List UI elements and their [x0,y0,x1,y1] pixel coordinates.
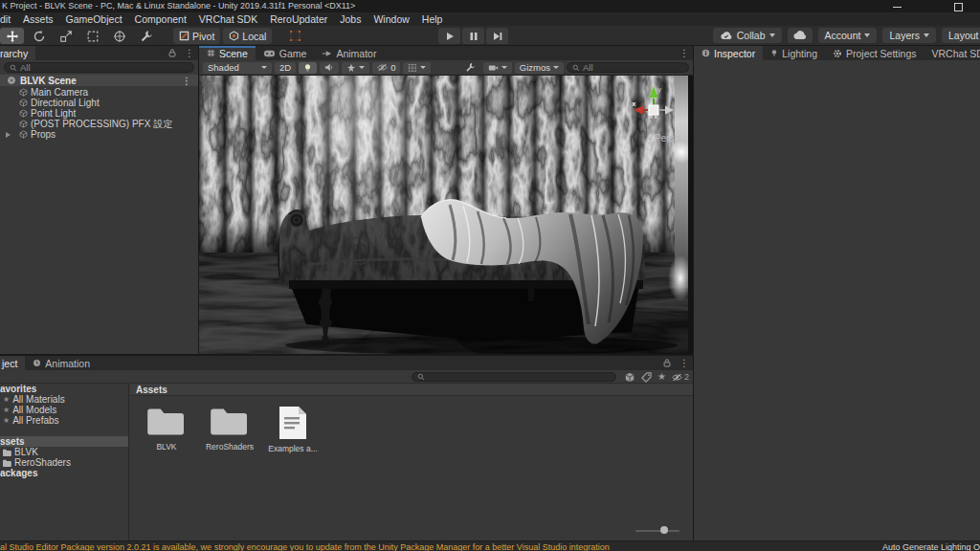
hierarchy-tab-label: rarchy [0,48,28,59]
hierarchy-item-post-processing[interactable]: (POST PROCESSING) PFX 設定 [0,119,198,129]
lock-icon[interactable] [662,358,672,368]
tab-hierarchy[interactable]: rarchy [0,46,35,60]
tab-inspector[interactable]: Inspector [694,46,763,60]
orientation-gizmo[interactable]: y x [632,83,676,129]
move-tool-button[interactable] [0,28,24,44]
favorite-all-models[interactable]: ★ All Models [0,405,128,415]
console-status-message[interactable]: al Studio Editor Package version 2.0.21 … [0,542,610,551]
pause-button[interactable] [462,28,484,44]
gameobject-cube-icon [19,109,28,118]
scene-visibility-toggle[interactable]: 0 [372,62,400,74]
asset-document-examples[interactable]: Examples a... [268,405,318,453]
menu-window[interactable]: Window [367,12,414,26]
auto-generate-lighting-toggle[interactable]: Auto Generate Lighting O [882,542,980,551]
favorite-all-prefabs[interactable]: ★ All Prefabs [0,415,128,426]
tab-vrchat-sdk[interactable]: VRChat SDK [924,46,980,60]
maximize-button[interactable] [949,0,969,12]
kebab-menu-icon[interactable]: ⋮ [178,74,195,88]
tab-project[interactable]: ject [0,356,25,370]
scene-camera-dropdown[interactable] [483,62,512,74]
hierarchy-item-main-camera[interactable]: Main Camera [0,87,198,98]
layers-dropdown[interactable]: Layers [882,28,936,43]
menu-edit[interactable]: dit [0,12,16,26]
rect-tool-button[interactable] [80,28,104,44]
tree-item-blvk[interactable]: BLVK [0,447,128,457]
local-label: Local [242,31,266,42]
hierarchy-item-props[interactable]: Props [0,129,198,140]
menu-jobs[interactable]: Jobs [333,12,367,26]
asset-folder-reroshaders[interactable]: ReroShaders [205,405,255,453]
rotate-tool-button[interactable] [27,28,51,44]
project-visibility-toggle[interactable]: 2 [672,372,689,382]
transform-tool-button[interactable] [107,28,131,44]
2d-toggle-button[interactable]: 2D [275,62,296,74]
collab-dropdown[interactable]: Collab [713,28,782,43]
play-button[interactable] [438,28,460,44]
projection-mode-button[interactable]: Persp [647,133,679,143]
scene-grid-dropdown[interactable] [403,62,431,74]
asset-folder-blvk[interactable]: BLVK [142,405,191,453]
component-tools-button[interactable] [460,62,480,74]
expand-arrow-icon[interactable] [6,132,11,138]
collab-cloud-icon [720,32,733,40]
account-dropdown[interactable]: Account [818,28,878,43]
hierarchy-scene-header[interactable]: BLVK Scene ⋮ [0,75,198,86]
layout-dropdown[interactable]: Layout [942,28,980,43]
tab-animator[interactable]: Animator [314,46,384,60]
thumbnail-size-slider[interactable] [635,525,679,535]
scene-3d-render [199,76,693,354]
tab-animation[interactable]: Animation [25,356,98,370]
tree-item-reroshaders[interactable]: ReroShaders [0,457,128,468]
gizmo-x-axis-label: x [632,99,636,108]
inspector-tab-label: Inspector [714,48,755,59]
favorite-star-icon[interactable]: ★ [657,372,666,382]
tab-lighting[interactable]: Lighting [763,46,825,60]
minimize-button[interactable] [888,0,907,12]
project-search-input[interactable] [412,372,616,382]
gameobject-cube-icon [19,88,28,97]
menu-reroupdater[interactable]: ReroUpdater [263,12,333,26]
package-icon[interactable] [624,372,635,383]
scene-effects-dropdown[interactable] [342,62,369,74]
favorites-header[interactable]: avorites [0,384,128,394]
gizmos-dropdown[interactable]: Gizmos [515,62,564,74]
cloud-services-button[interactable] [788,28,813,43]
hierarchy-item-directional-light[interactable]: Directional Light [0,98,198,108]
window-title: K Project - BLVK Scene - PC, Mac & Linux… [0,1,355,11]
local-toggle-button[interactable]: Local [223,28,272,44]
menu-component[interactable]: Component [128,12,192,26]
menu-assets[interactable]: Assets [16,12,59,26]
item-label: Props [31,129,56,140]
search-by-label-icon[interactable] [641,372,652,383]
favorite-all-materials[interactable]: ★ All Materials [0,394,128,405]
kebab-menu-icon[interactable]: ⋮ [181,46,198,60]
shading-mode-dropdown[interactable]: Shaded [203,62,272,74]
tab-project-settings[interactable]: Project Settings [825,46,924,60]
kebab-menu-icon[interactable]: ⋮ [676,48,693,58]
custom-tool-button[interactable] [134,28,158,44]
menu-vrchat-sdk[interactable]: VRChat SDK [192,12,263,26]
scale-tool-button[interactable] [54,28,78,44]
tab-game[interactable]: Game [256,46,315,60]
account-label: Account [825,30,861,41]
hierarchy-search-input[interactable]: All [4,62,194,73]
step-button[interactable] [486,28,508,44]
kebab-menu-icon[interactable]: ⋮ [676,356,693,370]
grid-snapping-button[interactable] [283,28,307,44]
folder-icon [2,449,11,456]
scene-lighting-toggle[interactable] [299,62,317,74]
scene-viewport[interactable]: y x Persp [199,76,693,354]
tree-item-assets-root[interactable]: ssets [0,436,128,447]
assets-breadcrumb[interactable]: Assets [130,384,693,396]
pause-icon [469,32,479,41]
menu-help[interactable]: Help [415,12,449,26]
scene-audio-toggle[interactable] [320,62,339,74]
rotate-icon [33,30,46,43]
slider-knob[interactable] [660,526,668,534]
menu-gameobject[interactable]: GameObject [59,12,128,26]
tree-item-packages-root[interactable]: ackages [0,468,128,478]
pivot-toggle-button[interactable]: Pivot [173,28,220,44]
lock-icon[interactable] [167,48,177,58]
tab-scene[interactable]: Scene [199,46,256,60]
scene-search-input[interactable]: All [567,62,689,73]
